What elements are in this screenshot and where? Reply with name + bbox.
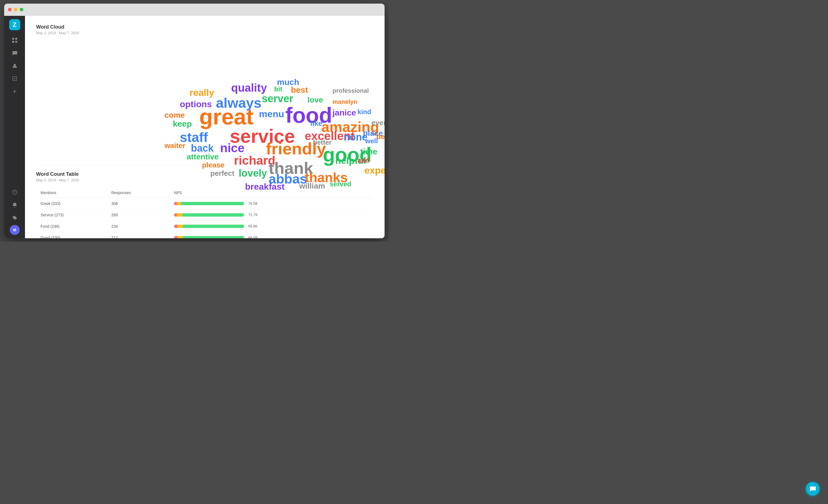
word-cloud-word[interactable]: please	[202, 161, 224, 169]
nps-value: 66.09	[247, 236, 257, 238]
nps-bar-container: 71.79	[174, 213, 257, 217]
word-cloud-word[interactable]: quality	[231, 82, 267, 93]
word-cloud-word[interactable]: back	[191, 143, 214, 153]
sidebar-item-avatar[interactable]: M	[10, 225, 20, 235]
cell-responses: 269	[107, 209, 170, 220]
svg-rect-1	[15, 38, 17, 40]
word-cloud-word[interactable]: come	[165, 111, 185, 119]
word-cloud-word[interactable]: breakfast	[245, 182, 285, 191]
word-cloud-word[interactable]: perfect	[210, 170, 235, 177]
nps-bar	[174, 236, 244, 238]
table-row: Service (273)26971.79	[36, 209, 373, 220]
nps-segment-yellow	[177, 202, 181, 205]
word-cloud-word[interactable]: professional	[333, 88, 369, 94]
nps-bar-container: 65.86	[174, 224, 257, 228]
word-cloud-word[interactable]: everything	[372, 119, 385, 126]
cell-mention: Good (230)	[36, 232, 107, 238]
svg-rect-3	[15, 41, 17, 43]
sidebar-item-help[interactable]: ?	[9, 186, 20, 198]
main-content: Word Cloud May 2, 2019 - May 7, 2020 gre…	[25, 16, 384, 238]
word-cloud-word[interactable]: nice	[220, 142, 245, 154]
cell-responses: 234	[107, 220, 170, 232]
cell-mention: Food (246)	[36, 220, 107, 232]
cell-mention: Service (273)	[36, 209, 107, 220]
svg-rect-0	[12, 38, 14, 40]
word-cloud: greatservicefoodfriendlygoodamazingstaff…	[36, 41, 373, 160]
cell-nps: 71.79	[170, 209, 373, 220]
word-cloud-word[interactable]: experience	[365, 166, 385, 175]
sidebar-item-chat[interactable]	[9, 47, 20, 58]
word-cloud-word[interactable]: janice	[333, 109, 356, 117]
nps-segment-red	[174, 225, 178, 228]
sidebar-item-user[interactable]	[9, 60, 20, 71]
nps-segment-yellow	[177, 225, 183, 228]
table-row: Food (246)23465.86	[36, 220, 373, 232]
word-cloud-word[interactable]: menu	[259, 109, 284, 119]
word-cloud-word[interactable]: options	[180, 100, 212, 109]
nps-segment-green	[183, 236, 244, 238]
nps-bar-container: 66.09	[174, 236, 257, 238]
minimize-button[interactable]	[14, 8, 17, 11]
cell-mention: Great (333)	[36, 198, 107, 209]
word-cloud-word[interactable]: best	[291, 86, 308, 94]
word-cloud-word[interactable]: always	[216, 96, 261, 110]
word-cloud-word[interactable]: manelyn	[333, 99, 357, 105]
word-cloud-word[interactable]: love	[308, 96, 323, 104]
fullscreen-button[interactable]	[20, 8, 23, 11]
sidebar-item-tasks[interactable]	[9, 73, 20, 84]
cell-nps: 66.09	[170, 232, 373, 238]
nps-segment-green	[183, 225, 244, 228]
col-responses: Responses	[107, 188, 170, 198]
table-row: Great (333)30876.58	[36, 198, 373, 209]
nps-segment-red	[174, 202, 177, 205]
word-cloud-word[interactable]: bit	[274, 86, 282, 92]
nps-segment-yellow	[177, 236, 183, 238]
word-cloud-word[interactable]: waiter	[165, 142, 185, 149]
nps-segment-green	[181, 202, 244, 205]
word-cloud-date: May 2, 2019 - May 7, 2020	[36, 31, 373, 35]
word-cloud-word[interactable]: really	[190, 88, 214, 97]
cell-responses: 308	[107, 198, 170, 209]
word-cloud-title: Word Cloud	[36, 24, 373, 30]
word-cloud-word[interactable]: server	[262, 93, 293, 104]
svg-point-4	[13, 64, 16, 66]
sidebar-item-grid[interactable]	[9, 35, 20, 46]
nps-segment-red	[174, 213, 177, 217]
word-cloud-word[interactable]: better	[313, 139, 332, 146]
table-row: Good (230)21766.09	[36, 232, 373, 238]
sidebar-item-bell[interactable]	[9, 199, 20, 210]
nps-value: 76.58	[247, 201, 257, 206]
nps-bar	[174, 202, 244, 205]
word-cloud-word[interactable]: well	[365, 138, 378, 144]
word-cloud-word[interactable]: add	[358, 157, 370, 164]
nps-segment-green	[182, 213, 244, 217]
logo[interactable]: Z	[9, 19, 20, 30]
app-window: Z + ? M	[4, 4, 384, 238]
word-cloud-word[interactable]: kind	[358, 109, 371, 115]
close-button[interactable]	[8, 8, 12, 11]
app-body: Z + ? M	[4, 16, 384, 238]
cell-nps: 65.86	[170, 220, 373, 232]
cell-responses: 217	[107, 232, 170, 238]
word-cloud-word[interactable]: william	[299, 182, 325, 190]
word-cloud-word[interactable]: like	[310, 120, 322, 127]
word-cloud-word[interactable]: time	[361, 148, 378, 156]
word-cloud-word[interactable]: lovely	[239, 168, 267, 178]
word-cloud-word[interactable]: delicious	[376, 133, 385, 140]
word-cloud-inner: greatservicefoodfriendlygoodamazingstaff…	[80, 45, 330, 156]
sidebar-item-settings[interactable]	[9, 212, 20, 223]
word-cloud-word[interactable]: served	[330, 181, 351, 187]
word-cloud-word[interactable]: much	[277, 78, 299, 86]
word-cloud-word[interactable]: keep	[173, 120, 192, 128]
nps-bar-container: 76.58	[174, 201, 257, 206]
nps-segment-red	[174, 236, 178, 238]
nps-bar	[174, 225, 244, 228]
titlebar	[4, 4, 384, 16]
sidebar-item-add[interactable]: +	[9, 86, 20, 97]
col-mentions: Mentions	[36, 188, 107, 198]
sidebar: Z + ? M	[4, 16, 25, 238]
word-count-table: Mentions Responses NPS Great (333)30876.…	[36, 188, 373, 238]
nps-segment-yellow	[177, 213, 182, 217]
word-cloud-word[interactable]: attentive	[187, 153, 219, 161]
nps-bar	[174, 213, 244, 217]
